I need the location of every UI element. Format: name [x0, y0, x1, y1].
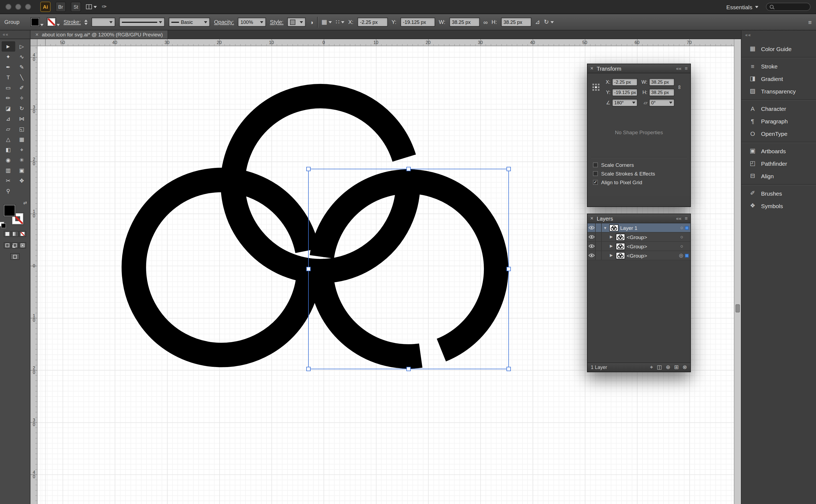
fill-color-swatch[interactable]	[31, 18, 39, 26]
bridge-button[interactable]: Br	[55, 2, 66, 12]
layers-panel-header[interactable]: × Layers «« ≡	[587, 214, 690, 223]
lasso-tool[interactable]: ∿	[15, 52, 29, 62]
rotate-options-button[interactable]: ↻	[544, 18, 553, 26]
opacity-select[interactable]: 100%	[238, 17, 266, 27]
target-circle-icon[interactable]: ○	[680, 243, 683, 249]
transform-x-input[interactable]: -2.25 px	[612, 78, 638, 86]
layer-thumbnail[interactable]	[616, 233, 625, 240]
panel-menu-icon[interactable]: ≡	[685, 216, 688, 221]
new-sublayer-icon[interactable]: ⊕	[666, 364, 671, 371]
vertical-scrollbar[interactable]	[734, 39, 741, 504]
panel-color-guide[interactable]: ▦ Color Guide	[742, 42, 816, 55]
gradient-tool[interactable]: ◧	[1, 145, 15, 155]
align-options-button[interactable]: ▦	[322, 18, 332, 26]
visibility-toggle[interactable]	[587, 242, 596, 251]
shear-button[interactable]: ⊿	[535, 18, 540, 26]
shaper-tool[interactable]: ✧	[15, 93, 29, 103]
stock-button[interactable]: St	[71, 2, 81, 12]
arrange-documents-button[interactable]	[86, 4, 97, 9]
fill-swatch[interactable]	[4, 205, 15, 216]
layer-row[interactable]: ▶ <Group> ○	[587, 233, 690, 242]
disclosure-triangle-icon[interactable]: ▼	[603, 226, 607, 230]
type-tool[interactable]: T	[1, 72, 15, 83]
layer-name[interactable]: <Group>	[627, 243, 647, 249]
stroke-none-swatch[interactable]	[47, 18, 55, 26]
selection-handle[interactable]	[307, 367, 310, 371]
panel-character[interactable]: A Character	[742, 102, 816, 115]
constrain-proportions-icon[interactable]: ∞	[677, 83, 683, 90]
disclosure-triangle-icon[interactable]: ▶	[610, 244, 614, 248]
stroke-weight-select[interactable]	[92, 17, 116, 27]
search-input[interactable]	[776, 4, 807, 10]
transform-w-input[interactable]: 38.25 px	[649, 78, 675, 86]
checkbox[interactable]	[593, 171, 598, 176]
scale-tool[interactable]: ⊿	[1, 114, 15, 124]
hand-tool[interactable]: ✥	[15, 176, 29, 186]
selection-handle[interactable]	[307, 167, 310, 171]
selection-handle[interactable]	[407, 367, 410, 371]
pen-tool[interactable]: ✒	[1, 62, 15, 72]
transform-h-input[interactable]: 38.25 px	[649, 88, 675, 96]
rotate-select[interactable]: 180°	[612, 99, 638, 106]
paintbrush-tool[interactable]: ✐	[15, 83, 29, 93]
selection-tool[interactable]: ►	[1, 41, 15, 52]
disclosure-triangle-icon[interactable]: ▶	[610, 235, 614, 239]
close-panel-icon[interactable]: ×	[590, 216, 593, 221]
distribute-options-button[interactable]: ∷	[336, 18, 345, 26]
step-down-icon[interactable]	[85, 23, 88, 25]
layer-name[interactable]: Layer 1	[620, 225, 637, 231]
workspace-switcher[interactable]: Essentials	[726, 4, 758, 10]
close-document-icon[interactable]: ×	[35, 32, 39, 37]
fill-color-control[interactable]	[31, 18, 43, 26]
collapse-panel-icon[interactable]: ««	[676, 216, 681, 221]
line-segment-tool[interactable]: ╲	[15, 72, 29, 83]
panel-menu-icon[interactable]: ≡	[685, 66, 688, 71]
style-select[interactable]	[287, 17, 306, 27]
panel-stroke[interactable]: ≡ Stroke	[742, 60, 816, 72]
rectangle-tool[interactable]: ▭	[1, 83, 15, 93]
perspective-grid-tool[interactable]: △	[1, 134, 15, 145]
free-transform-tool[interactable]: ▱	[1, 124, 15, 134]
y-input[interactable]: -19.125 px	[400, 17, 435, 27]
step-up-icon[interactable]	[85, 19, 88, 21]
brush-definition-select[interactable]: Basic	[169, 17, 210, 27]
layer-name[interactable]: <Group>	[627, 252, 647, 258]
selection-handle[interactable]	[507, 267, 510, 271]
checkbox[interactable]	[593, 180, 598, 185]
panel-pathfinder[interactable]: ◰ Pathfinder	[742, 157, 816, 170]
selection-handle[interactable]	[507, 167, 510, 171]
right-ring-path[interactable]	[322, 281, 421, 356]
visibility-toggle[interactable]	[587, 233, 596, 241]
w-input[interactable]: 38.25 px	[449, 17, 479, 27]
selection-handle[interactable]	[307, 267, 310, 271]
opacity-panel-link[interactable]: Opacity:	[214, 19, 234, 25]
gradient-button[interactable]	[11, 231, 18, 237]
default-fill-stroke-icon[interactable]	[0, 222, 4, 227]
layer-row[interactable]: ▼ Layer 1 ○	[587, 223, 690, 233]
layer-thumbnail[interactable]	[609, 224, 619, 231]
pencil-tool[interactable]: ✏	[1, 93, 15, 103]
layer-row[interactable]: ▶ <Group> ○	[587, 242, 690, 251]
swap-fill-stroke-icon[interactable]: ⇄	[23, 201, 27, 205]
panel-symbols[interactable]: ❖ Symbols	[742, 199, 816, 212]
color-button[interactable]	[4, 231, 11, 237]
document-tab[interactable]: × about icon for svg.ai* @ 1200% (RGB/GP…	[30, 30, 168, 39]
panel-artboards[interactable]: ▣ Artboards	[742, 145, 816, 157]
new-layer-icon[interactable]: ⊞	[674, 364, 679, 371]
lock-toggle[interactable]	[596, 242, 602, 251]
locate-object-icon[interactable]: ⌖	[650, 364, 653, 371]
zoom-window-button[interactable]	[25, 4, 31, 10]
draw-normal-button[interactable]	[4, 242, 11, 248]
visibility-toggle[interactable]	[587, 251, 596, 260]
eraser-tool[interactable]: ◪	[1, 103, 15, 114]
zoom-tool[interactable]: ⚲	[1, 186, 15, 196]
magic-wand-tool[interactable]: ✦	[1, 52, 15, 62]
minimize-window-button[interactable]	[15, 4, 21, 10]
stroke-weight-stepper[interactable]	[85, 19, 88, 25]
layer-thumbnail[interactable]	[616, 243, 625, 250]
artboard-tool[interactable]: ▣	[15, 165, 29, 176]
panel-opentype[interactable]: O OpenType	[742, 127, 816, 140]
target-circle-icon[interactable]: ◎	[679, 253, 683, 258]
screen-mode-button[interactable]	[10, 253, 20, 260]
transform-panel-header[interactable]: × Transform «« ≡	[587, 64, 690, 73]
